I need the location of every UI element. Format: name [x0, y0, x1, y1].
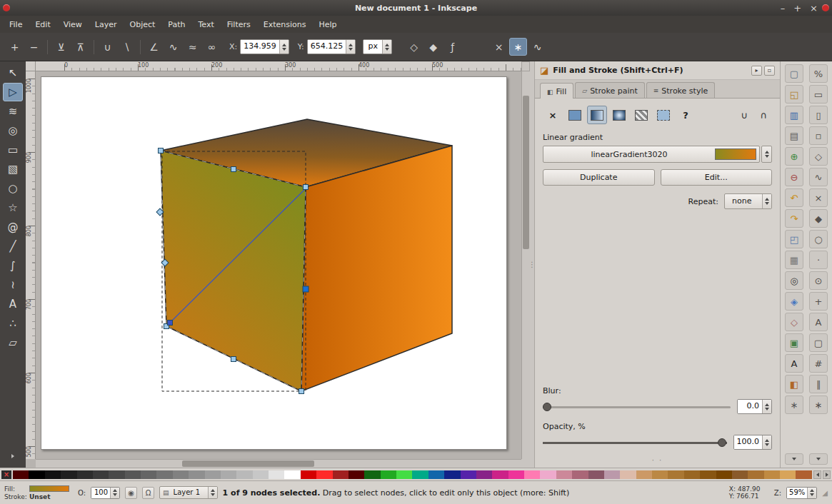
opacity-stepper-icon[interactable]	[762, 435, 771, 449]
palette-swatch[interactable]	[156, 470, 172, 479]
snap-midpoints-icon[interactable]: ·	[809, 251, 828, 269]
break-path-at-node-icon[interactable]: ⊻	[52, 38, 70, 56]
zoom-stepper-icon[interactable]	[807, 488, 816, 498]
menu-file[interactable]: File	[3, 17, 29, 32]
palette-swatch[interactable]	[269, 470, 284, 479]
make-smooth-node-icon[interactable]: ∿	[164, 38, 182, 56]
palette-swatch[interactable]	[476, 470, 492, 479]
palette-swatch[interactable]	[189, 470, 204, 479]
palette-swatch[interactable]	[796, 470, 811, 479]
palette-swatch[interactable]	[540, 470, 556, 479]
object-opacity-stepper-icon[interactable]	[110, 488, 119, 498]
snap-guides-icon[interactable]: ∥	[809, 375, 828, 393]
snap-object-centers-icon[interactable]: ⊙	[809, 271, 828, 290]
pencil-tool[interactable]: ╱	[3, 237, 23, 256]
fill-rule-evenodd-button[interactable]: ∩	[755, 106, 772, 124]
menu-help[interactable]: Help	[312, 17, 343, 32]
unknown-paint-button[interactable]: ?	[676, 106, 696, 124]
opacity-slider[interactable]	[543, 437, 727, 448]
snap-nodes-icon[interactable]: ◇	[809, 147, 828, 166]
open-preferences-icon[interactable]: ∗	[785, 395, 803, 414]
minimize-button[interactable]: –	[781, 3, 786, 14]
zoom-drawing-icon[interactable]: ◎	[785, 271, 803, 290]
menu-path[interactable]: Path	[161, 17, 191, 32]
group-objects-icon[interactable]: ▣	[785, 333, 803, 352]
blur-slider[interactable]	[543, 401, 731, 413]
unit-stepper-icon[interactable]	[382, 40, 391, 54]
swatch-button[interactable]	[653, 106, 673, 124]
selected-node[interactable]	[303, 286, 309, 292]
palette-swatch[interactable]	[461, 470, 476, 479]
rectangle-tool[interactable]: ▭	[3, 141, 23, 159]
snap-smooth-nodes-icon[interactable]: ○	[809, 230, 828, 248]
palette-swatch[interactable]	[508, 470, 524, 479]
panel-gripper[interactable]: · ·	[543, 458, 772, 465]
calligraphy-tool[interactable]: ≀	[3, 276, 23, 294]
node-tool[interactable]: ▷	[3, 83, 23, 101]
redo-icon[interactable]: ↷	[785, 209, 803, 228]
palette-swatch[interactable]	[109, 470, 124, 479]
palette-swatch[interactable]	[284, 470, 300, 479]
gradient-stepper-icon[interactable]	[761, 146, 772, 163]
scroll-down-icon[interactable]	[785, 453, 803, 465]
palette-swatch[interactable]	[620, 470, 636, 479]
palette-swatch[interactable]	[333, 470, 349, 479]
box-3d-tool[interactable]: ▧	[3, 160, 23, 178]
palette-swatch[interactable]	[45, 470, 61, 479]
close-button[interactable]: ×	[810, 3, 818, 14]
spray-tool[interactable]: ∴	[3, 314, 23, 333]
new-document-icon[interactable]: ▢	[785, 64, 803, 83]
export-image-icon[interactable]: ⊖	[785, 168, 803, 186]
delete-segment-icon[interactable]: ∖	[118, 38, 136, 56]
palette-swatch[interactable]	[364, 470, 380, 479]
delete-node-icon[interactable]: −	[25, 38, 43, 56]
unit-select[interactable]: px	[363, 39, 392, 54]
layer-lock-icon[interactable]: Ω	[142, 487, 154, 499]
zoom-tool[interactable]: ◎	[3, 121, 23, 140]
palette-swatch[interactable]	[716, 470, 732, 479]
sticky-zoom-toggle[interactable]	[521, 61, 530, 71]
fill-swatch[interactable]	[29, 485, 69, 492]
palette-swatch[interactable]	[236, 470, 252, 479]
snap-page-border-icon[interactable]: ▢	[809, 333, 828, 352]
edit-gradient-button[interactable]: Edit...	[661, 169, 773, 186]
open-text-dialog-icon[interactable]: A	[785, 354, 803, 373]
palette-scroll-left-icon[interactable]	[813, 470, 821, 479]
palette-swatch[interactable]	[221, 470, 236, 479]
palette-swatch[interactable]	[349, 470, 364, 479]
open-fill-stroke-dialog-icon[interactable]: ◧	[785, 375, 803, 393]
star-tool[interactable]: ☆	[3, 198, 23, 217]
palette-swatch[interactable]	[492, 470, 508, 479]
palette-swatch[interactable]	[253, 470, 269, 479]
menu-filters[interactable]: Filters	[221, 17, 257, 32]
palette-swatch[interactable]	[428, 470, 444, 479]
radial-gradient-button[interactable]	[609, 106, 629, 124]
create-clone-icon[interactable]: ◇	[785, 313, 803, 331]
palette-swatch[interactable]	[780, 470, 796, 479]
x-coordinate-input[interactable]: 134.959	[240, 39, 289, 54]
import-image-icon[interactable]: ⊕	[785, 147, 803, 166]
menu-view[interactable]: View	[57, 17, 89, 32]
snap-cusp-nodes-icon[interactable]: ◆	[809, 209, 828, 228]
menu-layer[interactable]: Layer	[89, 17, 124, 32]
palette-swatch[interactable]	[636, 470, 652, 479]
undo-icon[interactable]: ↶	[785, 188, 803, 207]
vertical-scrollbar-thumb[interactable]	[523, 96, 529, 249]
palette-no-color-swatch[interactable]: ×	[1, 470, 11, 479]
opacity-input[interactable]: 100.0	[733, 435, 773, 450]
y-stepper-icon[interactable]	[346, 40, 355, 54]
cube-right-face[interactable]	[301, 146, 452, 391]
snap-bbox-edges-icon[interactable]: ▯	[809, 106, 828, 124]
palette-swatch[interactable]	[412, 470, 428, 479]
palette-swatch[interactable]	[604, 470, 620, 479]
snap-guide-intersections-icon[interactable]: ∗	[809, 395, 828, 414]
snap-path-intersections-icon[interactable]: ×	[809, 188, 828, 207]
snap-bbox-corners-icon[interactable]: ▫	[809, 126, 828, 145]
palette-swatch[interactable]	[13, 470, 29, 479]
palette-swatch[interactable]	[444, 470, 460, 479]
layer-visibility-icon[interactable]: ◉	[125, 487, 137, 499]
menu-extensions[interactable]: Extensions	[257, 17, 313, 32]
pen-tool[interactable]: ∫	[3, 256, 23, 275]
join-with-segment-icon[interactable]: ∪	[99, 38, 116, 56]
window-resize-grip[interactable]: ◢	[822, 489, 828, 497]
